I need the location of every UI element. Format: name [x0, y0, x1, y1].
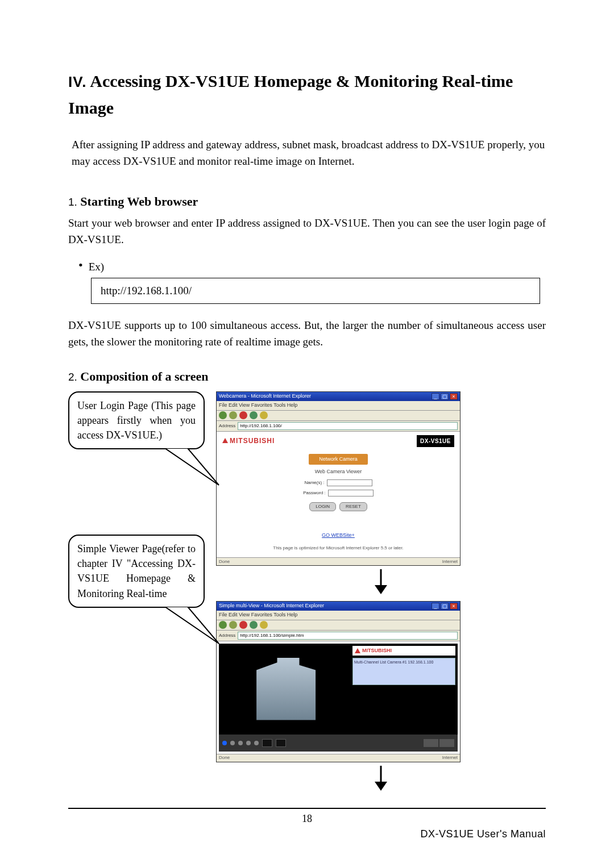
name-label: Name(s) : [304, 479, 324, 486]
viewer-menubar[interactable]: File Edit View Favorites Tools Help [217, 611, 460, 620]
login-titlebar: Webcamera - Microsoft Internet Explorer … [217, 392, 460, 401]
ctrl-indicator[interactable] [230, 741, 235, 745]
viewer-titlebar: Simple multi-View - Microsoft Internet E… [217, 602, 460, 611]
callout-2-tail [165, 607, 227, 658]
stop-icon[interactable] [239, 411, 247, 419]
screenshot-column: Webcamera - Microsoft Internet Explorer … [216, 391, 546, 798]
login-addressbar: Address [217, 421, 460, 432]
viewer-addressbar: Address [217, 631, 460, 641]
screenshot-viewer: Simple multi-View - Microsoft Internet E… [216, 601, 460, 762]
address-label: Address [219, 423, 235, 429]
viewer-stage: MITSUBISHI Multi-Channel List Camera #1 … [219, 644, 458, 735]
maximize-icon[interactable]: ▢ [441, 393, 449, 400]
password-row: Password : [303, 490, 374, 496]
viewer-window-title: Simple multi-View - Microsoft Internet E… [219, 602, 324, 610]
refresh-icon[interactable] [250, 621, 258, 629]
subsection-1-title-text: Starting Web browser [80, 194, 198, 208]
viewer-controls [219, 735, 458, 752]
password-input[interactable] [328, 490, 374, 496]
brand-triangle-icon [355, 648, 360, 653]
model-badge: DX-VS1UE [417, 435, 454, 447]
login-window-buttons: _ ▢ × [432, 393, 458, 400]
subsection-1: 1. Starting Web browser Start your web b… [68, 192, 546, 350]
example-box: http://192.168.1.100/ [91, 278, 540, 304]
example-bullet: • Ex) [78, 259, 546, 276]
stop-icon[interactable] [239, 621, 247, 629]
ctrl-indicator[interactable] [238, 741, 243, 745]
page-number: 18 [68, 811, 546, 827]
arrow-down-icon [372, 569, 389, 594]
viewer-window-buttons: _ ▢ × [432, 603, 458, 610]
login-statusbar: Done Internet [217, 557, 460, 565]
screenshot-login: Webcamera - Microsoft Internet Explorer … [216, 391, 460, 566]
brand-triangle-icon [222, 438, 228, 443]
composition-row: User Login Page (This page appears first… [68, 391, 546, 798]
ctrl-button[interactable] [262, 739, 272, 747]
page-rule [68, 808, 546, 809]
callout-2: Simple Viewer Page(refer to chapter IV "… [68, 535, 205, 607]
forward-icon[interactable] [229, 411, 237, 419]
callout-1-wrap: User Login Page (This page appears first… [68, 391, 205, 449]
minimize-icon[interactable]: _ [432, 603, 439, 610]
viewer-side-panel: MITSUBISHI Multi-Channel List Camera #1 … [350, 644, 458, 735]
ctrl-button-wide[interactable] [424, 739, 438, 747]
intro-paragraph: After assigning IP address and gateway a… [72, 137, 546, 169]
callout-1-tail [165, 448, 227, 499]
ctrl-button[interactable] [276, 739, 286, 747]
login-toolbar[interactable] [217, 411, 460, 421]
website-link[interactable]: GO WEBSite+ [322, 532, 355, 540]
callout-2-wrap: Simple Viewer Page(refer to chapter IV "… [68, 535, 205, 607]
arrow-1 [216, 569, 546, 594]
subsection-2-title-text: Composition of a screen [80, 369, 208, 383]
subsection-2-num: 2. [68, 371, 77, 383]
brand-logo: MITSUBISHI [222, 436, 275, 446]
address-input[interactable] [238, 632, 458, 640]
login-button[interactable]: LOGIN [309, 502, 336, 511]
section-heading: IV. Accessing DX-VS1UE Homepage & Monito… [68, 68, 546, 121]
section-roman: IV. [68, 73, 86, 90]
close-icon[interactable]: × [450, 393, 458, 400]
arrow-down-icon [372, 766, 389, 791]
status-done: Done [219, 754, 230, 761]
address-input[interactable] [238, 422, 458, 430]
viewer-image-area [219, 644, 350, 735]
viewer-body: MITSUBISHI Multi-Channel List Camera #1 … [217, 641, 460, 754]
ctrl-indicator-on[interactable] [222, 741, 227, 745]
home-icon[interactable] [260, 621, 268, 629]
back-icon[interactable] [219, 411, 227, 419]
ctrl-button-wide[interactable] [439, 739, 454, 747]
ctrl-indicator[interactable] [246, 741, 251, 745]
login-menubar[interactable]: File Edit View Favorites Tools Help [217, 401, 460, 411]
name-row: Name(s) : [304, 479, 372, 486]
login-buttons: LOGIN RESET [309, 502, 367, 511]
forward-icon[interactable] [229, 621, 237, 629]
ctrl-indicator[interactable] [254, 741, 259, 745]
browser-footnote: This page is optimized for Microsoft Int… [273, 545, 403, 552]
home-icon[interactable] [260, 411, 268, 419]
password-label: Password : [303, 490, 326, 496]
svg-marker-3 [375, 782, 387, 791]
callout-1: User Login Page (This page appears first… [68, 391, 205, 449]
section-title-text: Accessing DX-VS1UE Homepage & Monitoring… [68, 72, 513, 117]
viewer-toolbar[interactable] [217, 620, 460, 631]
subsection-1-note: DX-VS1UE supports up to 100 simultaneous… [68, 318, 546, 350]
name-input[interactable] [327, 479, 372, 486]
refresh-icon[interactable] [250, 411, 258, 419]
callout-column: User Login Page (This page appears first… [68, 391, 205, 608]
maximize-icon[interactable]: ▢ [441, 603, 449, 610]
svg-marker-1 [375, 585, 387, 594]
close-icon[interactable]: × [450, 603, 458, 610]
viewer-channel-panel[interactable]: Multi-Channel List Camera #1 192.168.1.1… [352, 658, 455, 685]
minimize-icon[interactable]: _ [432, 393, 439, 400]
subsection-2-title: 2. Composition of a screen [68, 367, 546, 386]
status-zone: Internet [442, 558, 458, 565]
bullet-icon: • [78, 259, 83, 272]
status-done: Done [219, 558, 230, 565]
reset-button[interactable]: RESET [339, 502, 367, 511]
example-url: http://192.168.1.100/ [101, 285, 192, 297]
example-label: Ex) [89, 259, 104, 276]
manual-label: DX-VS1UE User's Manual [420, 827, 546, 842]
status-zone: Internet [442, 754, 458, 761]
login-body: Network Camera Web Camera Viewer Name(s)… [217, 450, 460, 558]
viewer-statusbar: Done Internet [217, 754, 460, 762]
